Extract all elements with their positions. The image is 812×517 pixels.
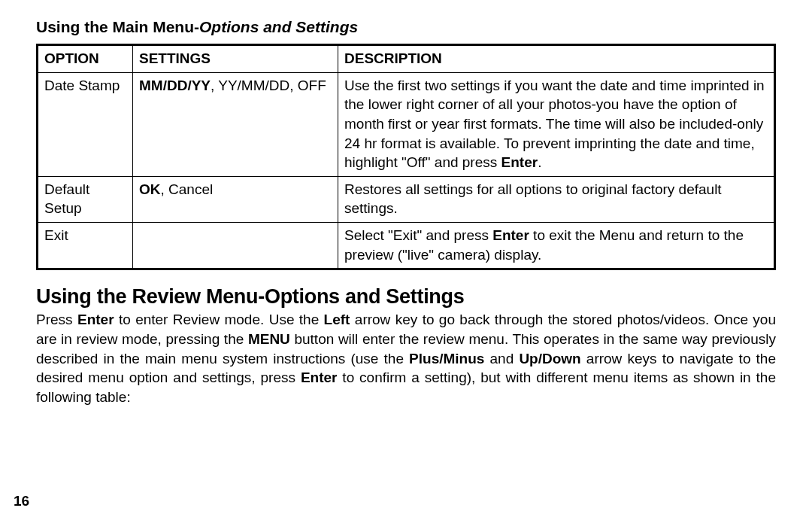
review-menu-paragraph: Press Enter to enter Review mode. Use th… (36, 310, 776, 406)
para-bold: Plus/Minus (409, 351, 484, 366)
para-text: to enter Review mode. Use the (114, 312, 324, 327)
header-option: Option (38, 45, 133, 73)
para-text: Press (36, 312, 77, 327)
settings-rest: , Cancel (161, 181, 214, 197)
table-row: Exit Select "Exit" and press Enter to ex… (38, 223, 775, 269)
cell-settings (133, 223, 338, 269)
cell-settings: MM/DD/YY, YY/MM/DD, OFF (133, 72, 338, 176)
para-text: and (484, 351, 519, 366)
section-heading-review-menu: Using the Review Menu-Options and Settin… (36, 285, 776, 309)
desc-text: . (538, 154, 541, 170)
cell-option: Default Setup (38, 176, 133, 222)
settings-rest: , YY/MM/DD, OFF (211, 78, 326, 93)
settings-bold: OK (139, 181, 161, 197)
table-row: Default Setup OK, Cancel Restores all se… (38, 176, 775, 222)
para-bold: MENU (248, 331, 290, 347)
section-heading-main-menu: Using the Main Menu-Options and Settings (36, 18, 776, 36)
para-bold: Enter (77, 312, 114, 327)
cell-option: Date Stamp (38, 72, 133, 176)
header-settings: Settings (133, 45, 338, 73)
cell-option: Exit (38, 223, 133, 269)
heading-prefix: Using the Main Menu- (36, 18, 199, 35)
desc-text: Select "Exit" and press (344, 227, 492, 243)
heading-italic: Options and Settings (199, 18, 358, 35)
header-description: Description (338, 45, 775, 73)
para-bold: Up/Down (519, 351, 580, 366)
cell-description: Use the first two settings if you want t… (338, 72, 775, 176)
options-table: Option Settings Description Date Stamp M… (36, 44, 776, 270)
table-row: Date Stamp MM/DD/YY, YY/MM/DD, OFF Use t… (38, 72, 775, 176)
table-header-row: Option Settings Description (38, 45, 775, 73)
cell-description: Select "Exit" and press Enter to exit th… (338, 223, 775, 269)
desc-bold: Enter (492, 227, 529, 243)
settings-bold: MM/DD/YY (139, 78, 211, 93)
cell-settings: OK, Cancel (133, 176, 338, 222)
desc-text: Use the first two settings if you want t… (344, 78, 765, 171)
page-number: 16 (14, 493, 29, 509)
para-bold: Enter (301, 370, 338, 385)
para-bold: Left (324, 312, 350, 327)
desc-text: Restores all settings for all options to… (344, 181, 722, 217)
cell-description: Restores all settings for all options to… (338, 176, 775, 222)
desc-bold: Enter (501, 154, 538, 170)
